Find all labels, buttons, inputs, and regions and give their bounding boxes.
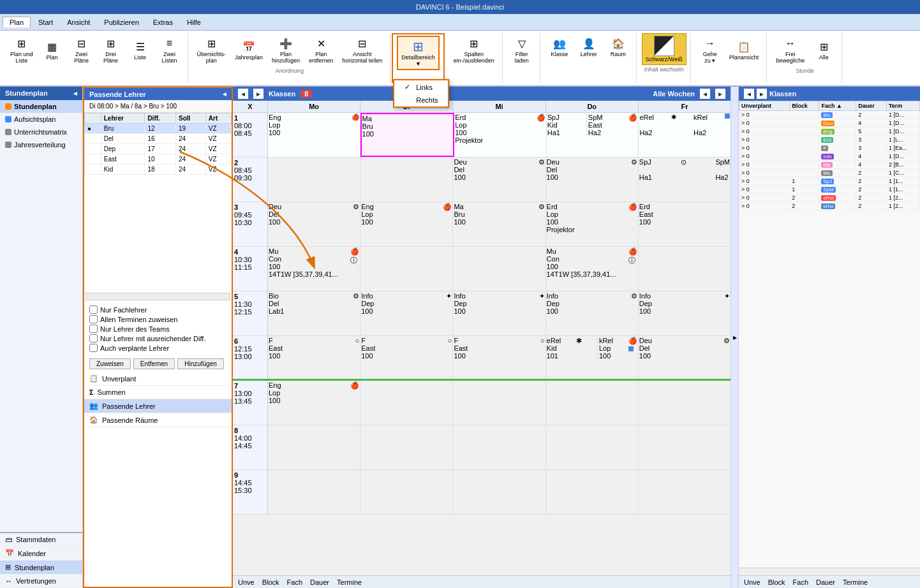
- cell-do-8[interactable]: [546, 425, 639, 469]
- btn-gehe-zu[interactable]: → Gehezu ▾: [696, 33, 724, 66]
- cell-mo-5[interactable]: BioDelLab1 ⚙: [268, 291, 360, 335]
- btn-uebersichtsplan[interactable]: ⊞ Übersichts-plan: [193, 33, 230, 66]
- nav-next[interactable]: ►: [253, 89, 263, 99]
- right-table-row[interactable]: > 0 Deu 4 1 [D...: [739, 119, 920, 128]
- sidebar-item-aufsichtsplan[interactable]: Aufsichtsplan: [0, 113, 82, 126]
- btn-liste[interactable]: ☰ Liste: [126, 36, 154, 63]
- section-summen[interactable]: Σ Summen: [84, 386, 232, 399]
- cell-do-7[interactable]: [546, 381, 639, 425]
- cell-fr-4[interactable]: [639, 247, 731, 291]
- btn-plan-liste[interactable]: ⊞ Plan undListe: [6, 33, 37, 66]
- cell-fr-1[interactable]: eRelHa2 ✱ kRelHa2: [639, 113, 731, 157]
- btn-spalten[interactable]: ⊞ Spaltenein-/ausblenden: [450, 33, 498, 66]
- tab-plan[interactable]: Plan: [3, 17, 31, 27]
- right-table-row[interactable]: > 0 2 eRel 2 1 [2...: [739, 194, 920, 202]
- cell-fr-8[interactable]: [639, 425, 731, 469]
- btn-frei-bewegliche[interactable]: ↔ Freibewegliche: [772, 33, 808, 66]
- cb-nur-lehrer-diff[interactable]: [89, 334, 98, 342]
- cell-mo-1[interactable]: EngLop100 🍎: [268, 113, 360, 157]
- cell-mi-2[interactable]: DeuDel100 ⚙: [453, 158, 545, 202]
- table-row[interactable]: Kid 18 24 VZ: [85, 165, 232, 175]
- week-next[interactable]: ►: [715, 89, 725, 99]
- cell-fr-9[interactable]: [639, 470, 731, 514]
- cb-nur-fachlehrer[interactable]: [89, 305, 98, 314]
- table-row[interactable]: ● Bru 12 19 VZ: [85, 124, 232, 134]
- right-table-row[interactable]: > 0 Eng 5 1 [D...: [739, 128, 920, 136]
- cell-mi-6[interactable]: FEast100 ○: [453, 336, 545, 379]
- cell-mo-9[interactable]: [268, 470, 360, 514]
- sidebar-item-stundenplan[interactable]: Stundenplan: [0, 100, 82, 113]
- cell-mo-8[interactable]: [268, 425, 360, 469]
- tab-hilfe[interactable]: Hilfe: [181, 17, 207, 27]
- cell-mo-6[interactable]: FEast100 ○: [268, 336, 360, 379]
- cb-nur-lehrer-teams[interactable]: [89, 325, 98, 333]
- dropdown-item-rechts[interactable]: Rechts: [394, 94, 448, 107]
- cell-fr-3[interactable]: ErdEast100: [639, 202, 731, 246]
- right-table-row[interactable]: > 0 Info 4 1 [D...: [739, 152, 920, 161]
- section-passende-raeume[interactable]: 🏠 Passende Räume: [84, 413, 232, 427]
- cell-di-2[interactable]: [360, 158, 453, 202]
- cell-mo-3[interactable]: DeuDel100 ⚙: [268, 202, 360, 246]
- btn-plan-entfernen[interactable]: ✕ Planentfernen: [305, 33, 337, 66]
- right-table-row[interactable]: > 0 F 3 1 [Ea...: [739, 144, 920, 152]
- right-table-row[interactable]: > 0 Mu 2 1 [C...: [739, 169, 920, 177]
- cell-mi-7[interactable]: [453, 381, 545, 425]
- table-row[interactable]: East 10 24 VZ: [85, 154, 232, 165]
- tab-start[interactable]: Start: [32, 17, 59, 27]
- btn-entfernen[interactable]: Entfernen: [133, 358, 175, 369]
- btn-alle[interactable]: ⊞ Alle: [810, 36, 838, 63]
- right-scrollbar[interactable]: [739, 568, 920, 575]
- cell-fr-2[interactable]: SpJHa1 ⊙ SpMHa2: [639, 158, 731, 202]
- detail-scrollbar[interactable]: [85, 293, 230, 300]
- cell-mi-3[interactable]: MaBru100 ⚙: [453, 202, 545, 246]
- cb-auch-verplante[interactable]: [89, 344, 98, 352]
- cell-mi-9[interactable]: [453, 470, 545, 514]
- btn-lehrer[interactable]: 👤 Lehrer: [575, 33, 603, 60]
- btn-plan[interactable]: ▦ Plan: [38, 36, 66, 63]
- right-table-row[interactable]: > 0 Erd 3 1 [L...: [739, 136, 920, 144]
- cell-mo-4[interactable]: MuCon10014T1W [35,37,39,41... 🍎ⓘ: [268, 247, 360, 291]
- cell-fr-7[interactable]: [639, 381, 731, 425]
- btn-detailbereich[interactable]: ⊞ Detailbereich▼: [397, 36, 440, 70]
- cell-mi-4[interactable]: [453, 247, 545, 291]
- cell-di-7[interactable]: [360, 381, 453, 425]
- sidebar-item-vertretungen[interactable]: ↔ Vertretungen: [0, 575, 82, 588]
- right-nav-next[interactable]: ►: [757, 89, 767, 99]
- dropdown-item-links[interactable]: ✓ Links: [394, 80, 448, 94]
- btn-klasse[interactable]: 👥 Klasse: [545, 33, 574, 60]
- nav-prev[interactable]: ◄: [238, 89, 248, 99]
- cell-do-5[interactable]: InfoDep100 ⚙: [546, 291, 639, 335]
- cell-di-1[interactable]: MaBru100: [360, 113, 455, 157]
- cell-di-3[interactable]: EngLop100 🍎: [360, 202, 453, 246]
- btn-drei-plaene[interactable]: ⊞ DreiPläne: [97, 33, 125, 66]
- btn-zuweisen[interactable]: Zuweisen: [89, 358, 131, 369]
- right-table-row[interactable]: > 0 Ma 4 2 [B...: [739, 161, 920, 169]
- btn-zwei-listen[interactable]: ≡ ZweiListen: [156, 33, 184, 66]
- section-passende-lehrer[interactable]: 👥 Passende Lehrer: [84, 399, 232, 413]
- cell-do-2[interactable]: DeuDel100 ⚙: [546, 158, 639, 202]
- sidebar-item-stammdaten[interactable]: 🗃 Stammdaten: [0, 533, 82, 547]
- btn-ansicht-teilen[interactable]: ⊟ Ansichthorizontal teilen: [338, 33, 386, 66]
- btn-planansicht[interactable]: 📋 Planansicht: [725, 36, 763, 63]
- cell-mi-8[interactable]: [453, 425, 545, 469]
- btn-plan-hinzufuegen[interactable]: ➕ Planhinzufügen: [268, 33, 304, 66]
- sidebar-item-jahresverteilung[interactable]: Jahresverteilung: [0, 138, 82, 151]
- collapse-handle[interactable]: ▶: [731, 87, 738, 588]
- btn-raum[interactable]: 🏠 Raum: [604, 33, 632, 60]
- cell-di-4[interactable]: [360, 247, 453, 291]
- cell-do-4[interactable]: MuCon10014T1W [35,37,39,41... 🍎ⓘ: [546, 247, 639, 291]
- btn-hinzufuegen[interactable]: Hinzufügen: [177, 358, 224, 369]
- table-row[interactable]: Dep 17 24 VZ: [85, 144, 232, 154]
- cell-do-9[interactable]: [546, 470, 639, 514]
- cell-do-6[interactable]: eRelKid101 ✱ kRelLop100 🍎: [546, 336, 639, 379]
- tab-ansicht[interactable]: Ansicht: [61, 17, 96, 27]
- cell-di-8[interactable]: [360, 425, 453, 469]
- cell-mo-7[interactable]: EngLop100 🍎: [268, 381, 360, 425]
- table-row[interactable]: Del 16 24 VZ: [85, 134, 232, 144]
- cell-fr-6[interactable]: DeuDel100 ⚙: [639, 336, 731, 379]
- cell-mo-2[interactable]: [268, 158, 360, 202]
- cell-do-3[interactable]: ErdLop100Projektor 🍎: [546, 202, 639, 246]
- btn-filter[interactable]: ▽ Filterladen: [508, 33, 536, 66]
- cell-fr-5[interactable]: InfoDep100 ✦: [639, 291, 731, 335]
- btn-schwarz-weiss[interactable]: Schwarz/Weiß: [642, 33, 686, 65]
